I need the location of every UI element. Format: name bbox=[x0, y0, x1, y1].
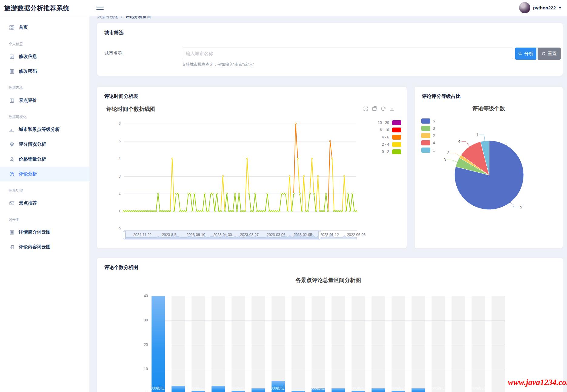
bar-12000条以上[interactable] bbox=[372, 388, 385, 392]
sidebar-item-景点推荐[interactable]: 景点推荐 bbox=[0, 196, 89, 211]
line-x-tick: 2023-01-12 bbox=[320, 233, 339, 237]
breadcrumb-separator: / bbox=[121, 16, 122, 19]
bar-y-tick: 20 bbox=[138, 343, 148, 347]
bar-2000条以上[interactable] bbox=[172, 386, 185, 392]
filter-card-title: 城市筛选 bbox=[104, 30, 124, 36]
grid-icon bbox=[9, 25, 15, 30]
sidebar-item-label: 首页 bbox=[19, 25, 28, 30]
line-y-tick: 0 bbox=[113, 227, 121, 231]
sidebar-item-label: 评论分析 bbox=[19, 171, 37, 177]
breadcrumb: 数据可视化 / 评论分析页面 bbox=[97, 16, 151, 20]
city-name-label: 城市名称 bbox=[104, 50, 122, 56]
breadcrumb-section[interactable]: 数据可视化 bbox=[97, 16, 118, 19]
line-card-title: 评论时间分析表 bbox=[104, 93, 138, 100]
line-x-tick: 2023-02-05 bbox=[293, 233, 312, 237]
visualmap-piece[interactable]: 2 - 4 bbox=[375, 142, 401, 147]
sidebar-item-详情简介词云图[interactable]: 详情简介词云图 bbox=[0, 225, 89, 240]
sidebar-section-label: 个人信息 bbox=[8, 39, 89, 48]
bar-6000条以上[interactable] bbox=[252, 388, 265, 392]
sidebar-item-label: 城市和景点等级分析 bbox=[19, 127, 60, 132]
bar-background-column bbox=[452, 296, 465, 392]
bar-8000条以上[interactable] bbox=[292, 391, 305, 392]
table-icon bbox=[9, 98, 15, 103]
bar-x-label: 9000条以上 bbox=[309, 386, 328, 391]
main-content: 数据可视化 / 评论分析页面 城市筛选 城市名称 分析 重置 支持城市模糊查询，… bbox=[89, 16, 567, 392]
comment-time-card: 评论时间分析表 评论时间个数折线图 0123456 10 - 20 6 - 10… bbox=[97, 87, 407, 248]
sidebar-section-label: 词云图 bbox=[8, 214, 89, 224]
bar-card-title: 评论个数分析图 bbox=[104, 264, 138, 271]
datazoom-left-handle[interactable] bbox=[123, 231, 126, 239]
zoom-reset-icon[interactable] bbox=[372, 106, 377, 111]
line-chart-title: 评论时间个数折线图 bbox=[106, 105, 155, 113]
sidebar-item-label: 景点评价 bbox=[19, 98, 37, 103]
avatar[interactable] bbox=[519, 2, 530, 13]
sidebar-item-首页[interactable]: 首页 bbox=[0, 20, 89, 35]
line-x-tick: 2023-06-10 bbox=[187, 233, 205, 237]
visualmap-piece[interactable]: 6 - 10 bbox=[375, 127, 401, 132]
diamond-icon bbox=[9, 142, 15, 147]
bar-background-column bbox=[252, 296, 265, 392]
pie-chart[interactable]: 53241 bbox=[415, 87, 563, 248]
chart-toolbox bbox=[363, 106, 395, 111]
bar-background-column bbox=[392, 296, 405, 392]
user-menu[interactable]: python222 bbox=[519, 2, 562, 13]
bar-background-column bbox=[312, 296, 325, 392]
line-y-tick: 2 bbox=[113, 191, 121, 196]
visualmap-piece[interactable]: 10 - 20 bbox=[375, 120, 401, 125]
bar-x-label: 1000条以上 bbox=[149, 386, 168, 391]
line-y-tick: 6 bbox=[113, 121, 121, 126]
datazoom-select-icon[interactable] bbox=[363, 106, 368, 111]
bar-chart-title: 各景点评论总量区间分析图 bbox=[152, 277, 505, 284]
bar-x-label: 15000条以上 bbox=[428, 386, 449, 391]
datazoom-right-handle[interactable] bbox=[318, 231, 321, 239]
analyze-button[interactable]: 分析 bbox=[515, 48, 536, 60]
visualmap-piece[interactable]: 0 - 2 bbox=[375, 149, 401, 154]
svg-text:5: 5 bbox=[520, 205, 522, 209]
bar-y-tick: 40 bbox=[138, 294, 148, 298]
line-y-tick: 3 bbox=[113, 174, 121, 178]
question-circle-icon bbox=[9, 171, 15, 177]
bar-background-column bbox=[212, 296, 225, 392]
bar-background-column bbox=[492, 296, 505, 392]
sidebar-item-评论分析[interactable]: 评论分析 bbox=[0, 167, 89, 181]
svg-text:3: 3 bbox=[444, 158, 446, 162]
filter-hint: 支持城市模糊查询，例如输入"南京"或"京" bbox=[182, 62, 254, 67]
visualmap-piece[interactable]: 4 - 6 bbox=[375, 135, 401, 140]
datazoom-slider[interactable]: 2024-11-222023-8-52023-06-102023-04-3020… bbox=[124, 230, 357, 240]
comment-count-card: 评论个数分析图 各景点评论总量区间分析图 4030201001000条以上300… bbox=[97, 258, 563, 392]
line-x-tick: 2024-11-22 bbox=[133, 233, 152, 237]
search-icon bbox=[518, 51, 522, 56]
download-icon[interactable] bbox=[389, 106, 395, 111]
refresh-icon bbox=[542, 51, 546, 56]
sidebar-item-修改信息[interactable]: 修改信息 bbox=[0, 49, 89, 64]
line-series bbox=[124, 124, 356, 229]
city-name-input[interactable] bbox=[182, 48, 513, 59]
sidebar-item-价格销量分析[interactable]: 价格销量分析 bbox=[0, 152, 89, 167]
line-x-tick: 2023-03-06 bbox=[267, 233, 285, 237]
sidebar-item-修改密码[interactable]: 修改密码 bbox=[0, 64, 89, 79]
sidebar-toggle-hamburger-icon[interactable] bbox=[96, 5, 104, 11]
bar-background-column bbox=[292, 296, 305, 392]
watermark: www.java1234.com bbox=[508, 378, 567, 387]
restore-icon[interactable] bbox=[381, 106, 386, 111]
bar-x-label: 3000条以上 bbox=[189, 386, 208, 391]
sidebar-nav: 首页个人信息修改信息修改密码数据表格景点评价数据可视化城市和景点等级分析评分情况… bbox=[0, 16, 89, 392]
sidebar-item-label: 修改信息 bbox=[19, 54, 37, 59]
line-x-tick: 2023-04-30 bbox=[213, 233, 232, 237]
sidebar-item-评论内容词云图[interactable]: 评论内容词云图 bbox=[0, 240, 89, 254]
sidebar-item-评分情况分析[interactable]: 评分情况分析 bbox=[0, 137, 89, 152]
bar-background-column bbox=[472, 296, 485, 392]
bar-14000条以上[interactable] bbox=[412, 388, 425, 392]
bar-background-column bbox=[192, 296, 205, 392]
bar-x-label: 17000条以上 bbox=[468, 386, 489, 391]
reset-button[interactable]: 重置 bbox=[538, 48, 561, 60]
bar-4000条以上[interactable] bbox=[212, 386, 225, 392]
sidebar-item-城市和景点等级分析[interactable]: 城市和景点等级分析 bbox=[0, 122, 89, 137]
password-list-icon bbox=[9, 69, 15, 74]
bar-1000条以上[interactable] bbox=[152, 296, 165, 392]
bar-x-label: 7000条以上 bbox=[269, 386, 288, 391]
sidebar-item-景点评价[interactable]: 景点评价 bbox=[0, 93, 89, 108]
sidebar-item-label: 详情简介词云图 bbox=[19, 229, 51, 235]
bar-10000条以上[interactable] bbox=[332, 388, 345, 392]
sidebar-item-label: 评论内容词云图 bbox=[19, 244, 51, 250]
